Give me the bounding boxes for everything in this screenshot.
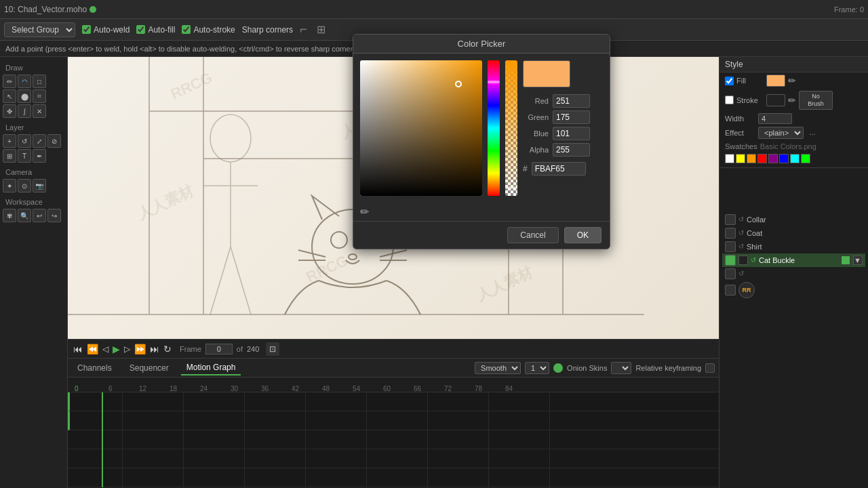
shirt-label: Shirt [747, 243, 762, 251]
cp-ok-button[interactable]: OK [564, 227, 601, 243]
sharp-corners-toggle[interactable]: Sharp corners [242, 25, 293, 35]
layer-coat[interactable]: ↺ Coat [722, 226, 865, 240]
smooth-dropdown[interactable]: Smooth [475, 362, 521, 374]
sequencer-tab[interactable]: Sequencer [124, 361, 174, 375]
tool-bone[interactable]: ⊘ [47, 134, 61, 148]
width-input[interactable] [758, 113, 792, 124]
playhead [102, 392, 103, 487]
tool-text[interactable]: T [18, 149, 31, 163]
frame-input[interactable] [205, 344, 233, 354]
swatch-yellow[interactable] [736, 154, 745, 163]
auto-fill-toggle[interactable]: Auto-fill [136, 25, 175, 35]
extra1-vis[interactable] [725, 268, 736, 279]
tool-ws3[interactable]: ↩ [33, 209, 46, 222]
tool-move[interactable]: ✥ [3, 104, 16, 118]
cp-pencil-btn[interactable]: ✏ [360, 205, 369, 218]
tool-delete[interactable]: ✕ [33, 104, 46, 118]
channels-tab[interactable]: Channels [72, 361, 117, 375]
tool-curve[interactable]: ∫ [18, 104, 31, 118]
tool-add-layer[interactable]: + [3, 134, 16, 148]
fill-edit-icon[interactable]: ✏ [788, 75, 796, 86]
cp-gradient[interactable] [360, 60, 482, 196]
relative-kf-btn[interactable] [705, 363, 715, 373]
camera-label: Camera [3, 167, 64, 178]
stroke-edit-icon[interactable]: ✏ [788, 95, 796, 106]
select-group-dropdown[interactable]: Select Group [4, 22, 75, 37]
coat-label: Coat [747, 229, 762, 237]
green-input[interactable] [553, 110, 590, 124]
forward-button[interactable]: ⏭ [150, 344, 159, 354]
fill-swatch[interactable] [766, 75, 785, 87]
smooth-value-dropdown[interactable]: 1 [525, 362, 549, 374]
step-fwd-button[interactable]: ▷ [124, 344, 130, 354]
tool-transform[interactable]: ⊞ [3, 149, 16, 163]
cp-hue-slider[interactable] [488, 60, 500, 196]
tool-pan[interactable]: ✦ [3, 179, 16, 192]
auto-stroke-toggle[interactable]: Auto-stroke [182, 25, 235, 35]
stroke-swatch[interactable] [766, 94, 785, 106]
tool-select[interactable]: ↖ [3, 89, 16, 103]
tool-rotate-layer[interactable]: ↺ [18, 134, 31, 148]
collar-vis[interactable] [725, 214, 736, 225]
swatch-grid [719, 152, 868, 165]
step-back-button[interactable]: ◁ [102, 344, 108, 354]
workspace-tools-row: ✾ 🔍 ↩ ↪ [3, 209, 64, 222]
loop-button[interactable]: ↻ [163, 344, 172, 354]
layer-extra2[interactable]: RR [722, 281, 865, 300]
tool-zoom[interactable]: 🔍 [18, 209, 31, 222]
red-input[interactable] [553, 94, 590, 108]
effect-more[interactable]: … [809, 129, 816, 136]
scroll-area[interactable] [722, 172, 865, 213]
tool-scale-layer[interactable]: ⤢ [33, 134, 46, 148]
tool-lasso[interactable]: ⬤ [18, 89, 31, 103]
tool-brush[interactable]: ⌗ [33, 89, 46, 103]
tool-ws4[interactable]: ↪ [47, 209, 61, 222]
auto-weld-toggle[interactable]: Auto-weld [82, 25, 130, 35]
cp-cancel-button[interactable]: Cancel [507, 227, 558, 243]
layer-collar[interactable]: ↺ Collar [722, 213, 865, 226]
tool-ws1[interactable]: ✾ [3, 209, 16, 222]
cat-buckle-vis[interactable] [725, 255, 736, 266]
width-row: Width [719, 112, 868, 125]
tool-cam2[interactable]: 📷 [33, 179, 46, 192]
swatch-cyan[interactable] [790, 154, 800, 163]
tool-zoom-cam[interactable]: ⊙ [18, 179, 31, 192]
swatch-purple[interactable] [768, 154, 778, 163]
alpha-row: Alpha [523, 143, 590, 157]
tool-shape[interactable]: □ [33, 75, 46, 88]
swatch-blue[interactable] [779, 154, 789, 163]
hex-input[interactable] [532, 162, 586, 176]
swatch-white[interactable] [725, 154, 734, 163]
layer-shirt[interactable]: ↺ Shirt [722, 240, 865, 253]
alpha-input[interactable] [553, 143, 590, 157]
cat-buckle-dropdown[interactable]: ▼ [853, 256, 863, 265]
extra2-vis[interactable] [725, 285, 736, 296]
onion-dropdown[interactable] [611, 362, 631, 374]
next-button[interactable]: ⏩ [134, 344, 146, 354]
layer-extra1[interactable]: ↺ [722, 267, 865, 281]
motion-graph-tab[interactable]: Motion Graph [181, 361, 241, 375]
cat-buckle-swatch[interactable] [738, 256, 748, 265]
swatch-red[interactable] [757, 154, 767, 163]
no-brush-button[interactable]: No Brush [799, 91, 833, 110]
layer-cat-buckle[interactable]: ↺ Cat Buckle ▼ [722, 253, 865, 267]
shirt-vis[interactable] [725, 241, 736, 252]
play-button[interactable]: ▶ [113, 344, 120, 354]
prev-button[interactable]: ⏪ [87, 344, 98, 354]
stroke-checkbox[interactable] [725, 96, 734, 104]
coat-vis[interactable] [725, 228, 736, 239]
tool-arc[interactable]: ◠ [18, 75, 31, 88]
cp-alpha-slider[interactable] [505, 60, 517, 196]
grid-1 [122, 392, 123, 487]
fill-checkbox[interactable] [725, 77, 734, 85]
effect-dropdown[interactable]: <plain> [758, 127, 804, 139]
tool-eyedrop[interactable]: ✒ [33, 149, 46, 163]
swatch-green[interactable] [801, 154, 810, 163]
cat-buckle-icon: ↺ [751, 256, 756, 264]
rewind-button[interactable]: ⏮ [73, 344, 83, 354]
tool-pen[interactable]: ✏ [3, 75, 16, 88]
more-btn[interactable]: ⊡ [266, 342, 279, 356]
swatch-orange[interactable] [747, 154, 756, 163]
alpha-indicator [505, 186, 517, 189]
blue-input[interactable] [553, 127, 590, 140]
